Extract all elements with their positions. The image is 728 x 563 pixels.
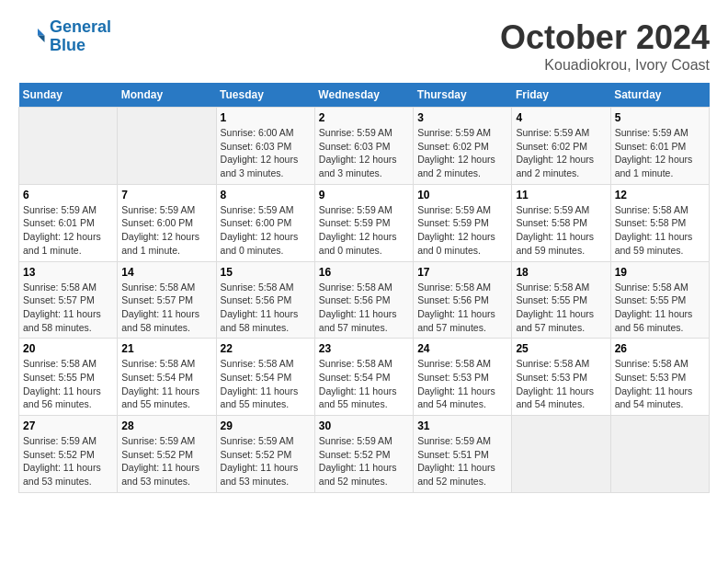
day-number: 17 [417,266,507,279]
day-cell: 17Sunrise: 5:58 AMSunset: 5:56 PMDayligh… [414,261,512,339]
day-cell: 8Sunrise: 5:59 AMSunset: 6:00 PMDaylight… [216,184,314,261]
day-number: 2 [319,111,409,124]
header-cell-sunday: Sunday [19,83,118,108]
day-info: Sunrise: 5:59 AMSunset: 5:52 PMDaylight:… [23,434,113,488]
logo-line1: General [50,17,111,36]
header-cell-tuesday: Tuesday [216,83,314,108]
day-number: 13 [23,266,113,279]
day-cell: 11Sunrise: 5:59 AMSunset: 5:58 PMDayligh… [512,184,610,261]
day-info: Sunrise: 5:58 AMSunset: 5:55 PMDaylight:… [23,357,113,411]
day-number: 8 [221,189,311,201]
week-row-3: 13Sunrise: 5:58 AMSunset: 5:57 PMDayligh… [19,261,710,339]
day-info: Sunrise: 5:58 AMSunset: 5:54 PMDaylight:… [319,357,409,411]
week-row-2: 6Sunrise: 5:59 AMSunset: 6:01 PMDaylight… [19,184,710,261]
day-cell: 19Sunrise: 5:58 AMSunset: 5:55 PMDayligh… [610,261,709,339]
day-info: Sunrise: 5:59 AMSunset: 6:01 PMDaylight:… [615,126,705,180]
day-cell: 20Sunrise: 5:58 AMSunset: 5:55 PMDayligh… [19,339,118,416]
day-info: Sunrise: 5:58 AMSunset: 5:53 PMDaylight:… [516,357,606,411]
day-cell: 13Sunrise: 5:58 AMSunset: 5:57 PMDayligh… [19,261,118,339]
logo-icon [18,23,46,51]
day-cell: 27Sunrise: 5:59 AMSunset: 5:52 PMDayligh… [19,416,118,493]
day-info: Sunrise: 5:58 AMSunset: 5:56 PMDaylight:… [417,281,507,335]
day-cell: 2Sunrise: 5:59 AMSunset: 6:03 PMDaylight… [314,108,413,185]
day-number: 18 [516,266,606,279]
week-row-4: 20Sunrise: 5:58 AMSunset: 5:55 PMDayligh… [19,339,710,416]
day-number: 15 [221,266,311,279]
day-info: Sunrise: 5:59 AMSunset: 5:59 PMDaylight:… [319,203,409,258]
day-info: Sunrise: 5:59 AMSunset: 6:01 PMDaylight:… [23,203,113,258]
day-info: Sunrise: 5:59 AMSunset: 5:52 PMDaylight:… [121,434,211,488]
day-cell: 3Sunrise: 5:59 AMSunset: 6:02 PMDaylight… [414,108,512,185]
day-info: Sunrise: 5:58 AMSunset: 5:56 PMDaylight:… [221,281,311,335]
day-info: Sunrise: 5:58 AMSunset: 5:55 PMDaylight:… [615,281,705,335]
day-number: 19 [615,266,705,279]
day-info: Sunrise: 5:58 AMSunset: 5:53 PMDaylight:… [615,357,705,411]
week-row-1: 1Sunrise: 6:00 AMSunset: 6:03 PMDaylight… [19,108,710,185]
day-cell: 12Sunrise: 5:58 AMSunset: 5:58 PMDayligh… [610,184,709,261]
logo-text: General Blue [50,18,111,55]
day-number: 25 [516,342,606,355]
day-info: Sunrise: 5:59 AMSunset: 5:59 PMDaylight:… [417,203,507,258]
day-info: Sunrise: 5:59 AMSunset: 5:51 PMDaylight:… [417,434,507,488]
day-number: 27 [23,419,113,432]
day-info: Sunrise: 5:58 AMSunset: 5:56 PMDaylight:… [319,281,409,335]
day-cell [610,416,709,493]
day-cell: 23Sunrise: 5:58 AMSunset: 5:54 PMDayligh… [314,339,413,416]
day-info: Sunrise: 5:58 AMSunset: 5:53 PMDaylight:… [417,357,507,411]
day-cell: 28Sunrise: 5:59 AMSunset: 5:52 PMDayligh… [118,416,216,493]
day-number: 22 [221,342,311,355]
day-number: 11 [516,189,606,201]
day-number: 29 [221,419,311,432]
day-info: Sunrise: 5:59 AMSunset: 6:03 PMDaylight:… [319,126,409,180]
day-cell [512,416,610,493]
day-info: Sunrise: 5:59 AMSunset: 6:02 PMDaylight:… [516,126,606,180]
day-cell: 24Sunrise: 5:58 AMSunset: 5:53 PMDayligh… [414,339,512,416]
day-info: Sunrise: 5:59 AMSunset: 5:52 PMDaylight:… [221,434,311,488]
day-number: 9 [319,189,409,201]
day-cell: 1Sunrise: 6:00 AMSunset: 6:03 PMDaylight… [216,108,314,185]
day-info: Sunrise: 5:58 AMSunset: 5:57 PMDaylight:… [121,281,211,335]
day-info: Sunrise: 5:58 AMSunset: 5:54 PMDaylight:… [121,357,211,411]
day-cell: 15Sunrise: 5:58 AMSunset: 5:56 PMDayligh… [216,261,314,339]
day-cell: 9Sunrise: 5:59 AMSunset: 5:59 PMDaylight… [314,184,413,261]
day-info: Sunrise: 5:59 AMSunset: 6:00 PMDaylight:… [121,203,211,258]
day-cell: 7Sunrise: 5:59 AMSunset: 6:00 PMDaylight… [118,184,216,261]
day-number: 14 [121,266,211,279]
day-cell: 6Sunrise: 5:59 AMSunset: 6:01 PMDaylight… [19,184,118,261]
day-number: 10 [417,189,507,201]
calendar-body: 1Sunrise: 6:00 AMSunset: 6:03 PMDaylight… [19,108,710,493]
day-cell [19,108,118,185]
day-number: 24 [417,342,507,355]
day-info: Sunrise: 5:58 AMSunset: 5:58 PMDaylight:… [615,203,705,258]
day-info: Sunrise: 5:59 AMSunset: 5:58 PMDaylight:… [516,203,606,258]
day-cell: 16Sunrise: 5:58 AMSunset: 5:56 PMDayligh… [314,261,413,339]
day-cell: 5Sunrise: 5:59 AMSunset: 6:01 PMDaylight… [610,108,709,185]
title-block: October 2024 Kouadiokrou, Ivory Coast [500,18,710,74]
day-cell: 10Sunrise: 5:59 AMSunset: 5:59 PMDayligh… [414,184,512,261]
logo: General Blue [18,18,111,55]
main-title: October 2024 [500,18,710,57]
day-number: 23 [319,342,409,355]
day-info: Sunrise: 5:58 AMSunset: 5:54 PMDaylight:… [221,357,311,411]
day-cell: 21Sunrise: 5:58 AMSunset: 5:54 PMDayligh… [118,339,216,416]
day-cell: 31Sunrise: 5:59 AMSunset: 5:51 PMDayligh… [414,416,512,493]
day-number: 6 [23,189,113,201]
header-cell-friday: Friday [512,83,610,108]
day-cell: 18Sunrise: 5:58 AMSunset: 5:55 PMDayligh… [512,261,610,339]
subtitle: Kouadiokrou, Ivory Coast [500,57,710,74]
day-cell: 29Sunrise: 5:59 AMSunset: 5:52 PMDayligh… [216,416,314,493]
day-number: 20 [23,342,113,355]
day-cell: 30Sunrise: 5:59 AMSunset: 5:52 PMDayligh… [314,416,413,493]
header-cell-saturday: Saturday [610,83,709,108]
week-row-5: 27Sunrise: 5:59 AMSunset: 5:52 PMDayligh… [19,416,710,493]
day-info: Sunrise: 5:59 AMSunset: 6:00 PMDaylight:… [221,203,311,258]
day-number: 7 [121,189,211,201]
day-info: Sunrise: 5:58 AMSunset: 5:55 PMDaylight:… [516,281,606,335]
day-number: 21 [121,342,211,355]
day-cell: 4Sunrise: 5:59 AMSunset: 6:02 PMDaylight… [512,108,610,185]
logo-line2: Blue [50,36,85,54]
day-number: 30 [319,419,409,432]
day-number: 26 [615,342,705,355]
day-cell: 25Sunrise: 5:58 AMSunset: 5:53 PMDayligh… [512,339,610,416]
header-cell-wednesday: Wednesday [314,83,413,108]
